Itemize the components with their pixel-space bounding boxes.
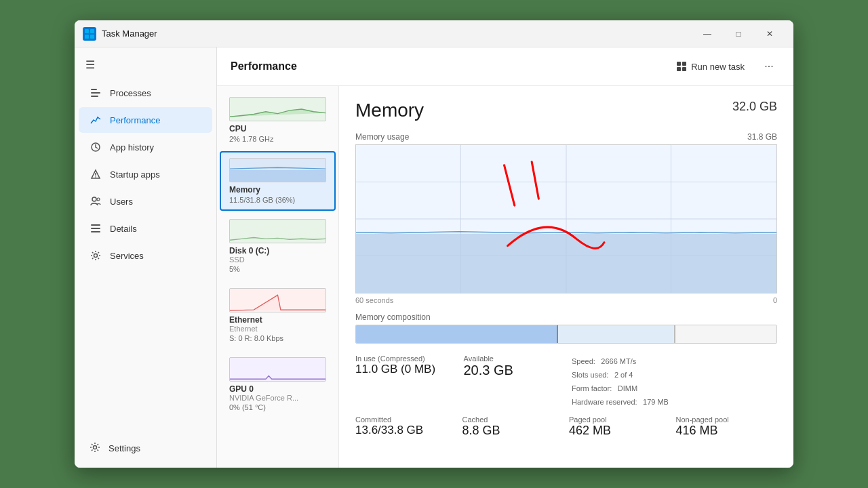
settings-label: Settings (108, 443, 140, 453)
perf-item-disk[interactable]: Disk 0 (C:) SSD 5% (220, 212, 336, 280)
gpu-mini-chart (229, 357, 326, 382)
app-icon (83, 27, 96, 41)
details-icon (90, 222, 102, 235)
composition-empty (675, 325, 776, 343)
svg-rect-14 (91, 228, 100, 229)
sidebar-item-processes[interactable]: Processes (79, 80, 212, 106)
sidebar-item-app-history[interactable]: App history (79, 134, 212, 160)
sidebar-label-services: Services (110, 251, 144, 261)
detail-total: 32.0 GB (732, 100, 777, 114)
window-title: Task Manager (102, 28, 692, 39)
svg-line-31 (532, 162, 538, 199)
stat-nonpaged: Non-paged pool 416 MB (676, 415, 778, 438)
disk-sub: 5% (229, 265, 326, 273)
gpu-sub2: NVIDIA GeForce R... (229, 394, 326, 402)
detail-header: Memory 32.0 GB (355, 100, 777, 121)
svg-rect-5 (91, 92, 100, 94)
time-labels: 60 seconds 0 (355, 296, 777, 304)
services-icon (90, 249, 102, 262)
cpu-sub: 2% 1.78 GHz (229, 135, 326, 143)
svg-rect-20 (677, 67, 681, 71)
ethernet-sub2: Ethernet (229, 325, 326, 333)
svg-rect-22 (230, 170, 326, 182)
stat-speed: Speed: 2666 MT/s (572, 354, 669, 367)
composition-bar (355, 325, 777, 344)
stat-committed: Committed 13.6/33.8 GB (355, 415, 457, 438)
svg-rect-29 (356, 234, 776, 293)
sidebar-item-startup-apps[interactable]: Startup apps (79, 161, 212, 187)
more-options-button[interactable]: ··· (758, 56, 780, 77)
sidebar-item-users[interactable]: Users (79, 188, 212, 214)
performance-sidebar: CPU 2% 1.78 GHz Memory 11.5/31.8 GB (36 (217, 86, 339, 468)
memory-mini-chart (229, 158, 326, 182)
stat-slots: Slots used: 2 of 4 (572, 368, 669, 380)
maximize-button[interactable]: □ (723, 23, 754, 45)
ethernet-name: Ethernet (229, 315, 326, 325)
svg-rect-13 (91, 224, 100, 226)
svg-point-16 (94, 254, 98, 258)
close-button[interactable]: ✕ (754, 23, 785, 45)
minimize-button[interactable]: — (692, 23, 723, 45)
memory-composition: Memory composition (355, 312, 777, 344)
composition-in-use (356, 325, 558, 343)
composition-label: Memory composition (355, 312, 777, 322)
gpu-sub: 0% (51 °C) (229, 403, 326, 411)
processes-icon (90, 87, 102, 99)
stat-in-use: In use (Compressed) 11.0 GB (0 MB) (355, 354, 453, 407)
memory-name: Memory (229, 185, 326, 195)
performance-icon (90, 114, 102, 126)
ethernet-sub: S: 0 R: 8.0 Kbps (229, 334, 326, 342)
main-title: Performance (231, 60, 668, 73)
svg-rect-21 (682, 67, 686, 71)
svg-rect-4 (91, 89, 97, 90)
perf-item-gpu[interactable]: GPU 0 NVIDIA GeForce R... 0% (51 °C) (220, 350, 336, 418)
window-content: ☰ Processes Performance App history (75, 47, 793, 468)
sidebar-item-services[interactable]: Services (79, 243, 212, 268)
sidebar-label-users: Users (110, 197, 133, 207)
svg-point-11 (92, 197, 96, 201)
stats-grid: In use (Compressed) 11.0 GB (0 MB) Avail… (355, 354, 777, 407)
perf-item-memory[interactable]: Memory 11.5/31.8 GB (36%) (220, 151, 336, 211)
perf-item-cpu[interactable]: CPU 2% 1.78 GHz (220, 90, 336, 150)
task-manager-window: Task Manager — □ ✕ ☰ Processes Performan… (75, 20, 793, 468)
disk-sub2: SSD (229, 256, 326, 264)
svg-rect-1 (90, 29, 94, 33)
detail-total-value: 32.0 GB (732, 100, 777, 114)
sidebar-label-processes: Processes (110, 88, 151, 98)
stat-speed-group: Speed: 2666 MT/s Slots used: 2 of 4 Form… (572, 354, 669, 407)
stat-form: Form factor: DIMM (572, 382, 669, 394)
run-new-task-button[interactable]: Run new task (668, 57, 753, 76)
svg-line-30 (505, 165, 515, 205)
sidebar-item-performance[interactable]: Performance (79, 107, 212, 133)
sidebar: ☰ Processes Performance App history (75, 47, 217, 468)
cpu-name: CPU (229, 124, 326, 134)
perf-item-ethernet[interactable]: Ethernet Ethernet S: 0 R: 8.0 Kbps (220, 281, 336, 349)
ethernet-mini-chart (229, 288, 326, 312)
hamburger-button[interactable]: ☰ (75, 53, 216, 77)
settings-item[interactable]: Settings (79, 435, 212, 462)
disk-mini-chart (229, 219, 326, 243)
sidebar-label-app-history: App history (110, 142, 154, 152)
header-actions: Run new task ··· (668, 56, 780, 77)
performance-detail: Memory 32.0 GB Memory usage 31.8 GB (339, 86, 793, 468)
startup-icon (90, 168, 102, 180)
svg-rect-3 (90, 35, 94, 39)
svg-rect-18 (677, 62, 681, 66)
svg-rect-15 (91, 231, 100, 232)
composition-available (558, 325, 676, 343)
performance-body: CPU 2% 1.78 GHz Memory 11.5/31.8 GB (36 (217, 86, 793, 468)
stat-hw: Hardware reserved: 179 MB (572, 395, 669, 407)
settings-icon (90, 442, 100, 455)
sidebar-label-performance: Performance (110, 115, 160, 125)
main-area: Performance Run new task ··· (217, 47, 793, 468)
sidebar-item-details[interactable]: Details (79, 216, 212, 241)
gpu-name: GPU 0 (229, 384, 326, 394)
cpu-mini-chart (229, 97, 326, 121)
usage-chart-label: Memory usage 31.8 GB (355, 132, 777, 142)
memory-usage-chart (355, 144, 777, 293)
memory-sub: 11.5/31.8 GB (36%) (229, 196, 326, 204)
svg-point-17 (94, 446, 97, 449)
stat-paged: Paged pool 462 MB (569, 415, 671, 438)
detail-title: Memory (355, 100, 424, 121)
sidebar-label-details: Details (110, 224, 137, 234)
